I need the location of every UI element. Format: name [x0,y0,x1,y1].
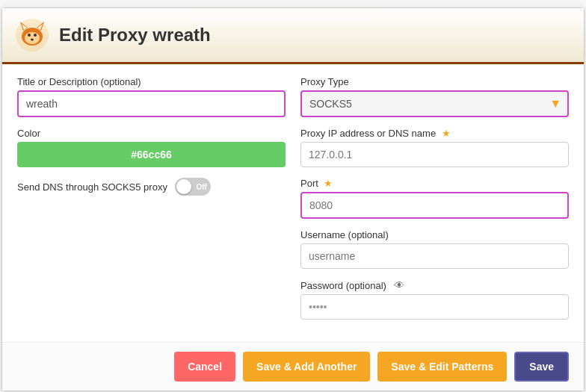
title-field-col: Title or Description (optional) [17,76,286,117]
color-label: Color [17,128,286,139]
proxy-ip-star: ★ [442,128,451,139]
password-input[interactable] [300,294,569,320]
row-password: Password (optional) 👁 [17,279,569,320]
app-logo [14,17,50,53]
color-button[interactable]: #66cc66 [17,142,286,167]
proxy-ip-label: Proxy IP address or DNS name ★ [300,128,569,139]
toggle-off-label: Off [196,183,206,191]
cancel-button[interactable]: Cancel [174,352,235,382]
form-body: Title or Description (optional) Proxy Ty… [2,64,584,342]
proxy-type-label: Proxy Type [300,76,569,87]
svg-point-6 [25,32,40,44]
proxy-ip-col: Proxy IP address or DNS name ★ [300,128,569,167]
dns-toggle[interactable]: Off [175,178,211,196]
title-input-wrapper [17,90,286,117]
row-color-ip: Color #66cc66 Proxy IP address or DNS na… [17,128,569,167]
username-col: Username (optional) [300,229,569,269]
toggle-thumb [176,179,191,194]
password-spacer [17,279,286,320]
row-title-proxytype: Title or Description (optional) Proxy Ty… [17,76,569,117]
svg-point-9 [31,39,34,41]
toggle-track: Off [175,178,211,196]
dialog-header: Edit Proxy wreath [2,8,584,64]
row-username: Username (optional) [17,229,569,269]
save-add-button[interactable]: Save & Add Another [243,352,370,382]
save-button[interactable]: Save [514,352,569,382]
port-col: Port ★ [300,178,569,219]
svg-point-7 [28,34,31,37]
title-label: Title or Description (optional) [17,76,286,87]
username-label: Username (optional) [300,229,569,240]
edit-proxy-dialog: Edit Proxy wreath Title or Description (… [1,7,585,391]
password-col: Password (optional) 👁 [300,279,569,320]
row-dns-port: Send DNS through SOCKS5 proxy Off Port ★ [17,178,569,219]
proxy-ip-input[interactable] [300,142,569,167]
proxy-type-select-wrapper: HTTP HTTPS SOCKS4 SOCKS5 ▼ [300,90,569,117]
port-star: ★ [324,178,333,189]
dialog-footer: Cancel Save & Add Another Save & Edit Pa… [2,342,584,391]
dns-toggle-row: Send DNS through SOCKS5 proxy Off [17,178,286,196]
proxy-type-col: Proxy Type HTTP HTTPS SOCKS4 SOCKS5 ▼ [300,76,569,117]
password-eye-icon[interactable]: 👁 [394,279,404,291]
dns-label: Send DNS through SOCKS5 proxy [17,181,167,193]
port-label: Port ★ [300,178,569,189]
color-col: Color #66cc66 [17,128,286,167]
svg-point-8 [34,34,37,37]
save-edit-button[interactable]: Save & Edit Patterns [377,352,507,382]
username-input[interactable] [300,243,569,269]
password-label: Password (optional) 👁 [300,279,569,291]
title-input[interactable] [19,92,284,116]
page-title: Edit Proxy wreath [59,25,211,46]
port-input[interactable] [300,192,569,219]
proxy-type-select[interactable]: HTTP HTTPS SOCKS4 SOCKS5 [302,92,567,116]
dns-col: Send DNS through SOCKS5 proxy Off [17,178,286,219]
username-spacer [17,229,286,269]
